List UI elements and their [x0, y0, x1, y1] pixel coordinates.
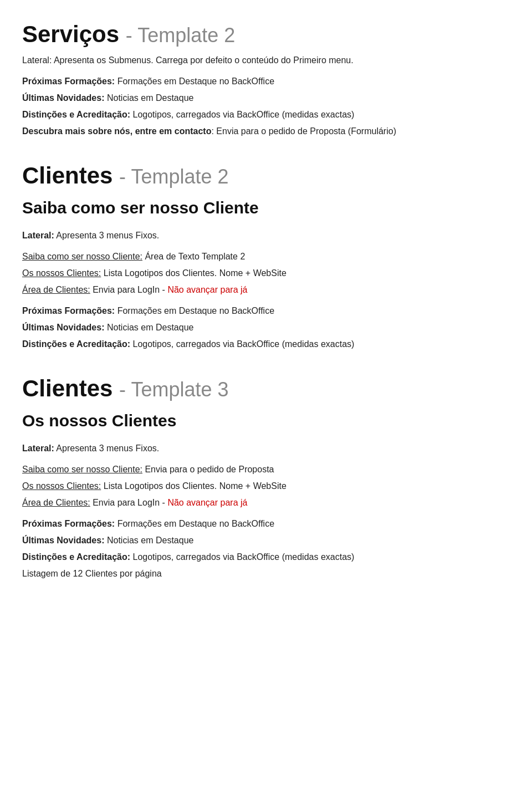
clientes-t3-lateral-rest: Apresenta 3 menus Fixos. — [54, 444, 159, 453]
clientes-t3-area-rest: Envia para LogIn - — [90, 498, 168, 507]
clientes-t3-ultimas-rest: Noticias em Destaque — [104, 536, 193, 545]
clientes-t2-saiba-rest: Área de Texto Template 2 — [142, 252, 245, 261]
clientes-t2-template-label: - Template 2 — [119, 165, 228, 188]
servicos-distincoes-bold: Distinções e Acreditação: — [22, 110, 130, 119]
servicos-line1: Lateral: Apresenta os Submenus. Carrega … — [22, 54, 510, 67]
clientes-t2-title: Clientes — [22, 162, 112, 188]
clientes-t2-distincoes-rest: Logotipos, carregados via BackOffice (me… — [130, 339, 354, 349]
servicos-proximas-rest: Formações em Destaque no BackOffice — [115, 77, 274, 86]
clientes-t3-nossos-link: Os nossos Clientes: — [22, 481, 101, 491]
servicos-ultimas: Últimas Novidades: Noticias em Destaque — [22, 91, 510, 105]
servicos-ultimas-bold: Últimas Novidades: — [22, 93, 104, 103]
servicos-distincoes-rest: Logotipos, carregados via BackOffice (me… — [130, 110, 354, 119]
clientes-t3-proximas-bold: Próximas Formações: — [22, 519, 115, 528]
clientes-t3-listagem: Listagem de 12 Clientes por página — [22, 567, 510, 580]
clientes-t3-section: Clientes - Template 3 Os nossos Clientes… — [22, 371, 510, 580]
servicos-descubra: Descubra mais sobre nós, entre em contac… — [22, 125, 510, 138]
clientes-t3-template-label: - Template 3 — [119, 378, 228, 401]
clientes-t2-distincoes: Distinções e Acreditação: Logotipos, car… — [22, 338, 510, 351]
clientes-t2-proximas-rest: Formações em Destaque no BackOffice — [115, 306, 274, 315]
servicos-title: Serviços — [22, 21, 119, 47]
clientes-t3-proximas-rest: Formações em Destaque no BackOffice — [115, 519, 274, 528]
clientes-t2-lateral-rest: Apresenta 3 menus Fixos. — [54, 231, 159, 240]
clientes-t2-area: Área de Clientes: Envia para LogIn - Não… — [22, 283, 510, 297]
clientes-t2-subheading: Saiba como ser nosso Cliente — [22, 195, 510, 220]
clientes-t3-area: Área de Clientes: Envia para LogIn - Não… — [22, 496, 510, 509]
clientes-t2-area-rest: Envia para LogIn - — [90, 285, 168, 294]
clientes-t3-area-red: Não avançar para já — [167, 498, 247, 507]
clientes-t3-saiba-rest: Envia para o pedido de Proposta — [142, 465, 274, 474]
servicos-template-label: - Template 2 — [126, 24, 235, 47]
servicos-descubra-bold: Descubra mais sobre nós, entre em contac… — [22, 126, 211, 136]
clientes-t3-distincoes: Distinções e Acreditação: Logotipos, car… — [22, 551, 510, 564]
clientes-t3-ultimas-bold: Últimas Novidades: — [22, 536, 104, 545]
clientes-t2-saiba: Saiba como ser nosso Cliente: Área de Te… — [22, 250, 510, 263]
clientes-t2-distincoes-bold: Distinções e Acreditação: — [22, 339, 130, 349]
clientes-t3-lateral: Lateral: Apresenta 3 menus Fixos. — [22, 442, 510, 455]
clientes-t2-nossos-rest: Lista Logotipos dos Clientes. Nome + Web… — [101, 268, 287, 278]
clientes-t2-proximas-bold: Próximas Formações: — [22, 306, 115, 315]
clientes-t3-area-link: Área de Clientes: — [22, 498, 90, 507]
clientes-t3-distincoes-rest: Logotipos, carregados via BackOffice (me… — [130, 552, 354, 562]
clientes-t2-saiba-link: Saiba como ser nosso Cliente: — [22, 252, 142, 261]
clientes-t2-area-red: Não avançar para já — [167, 285, 247, 294]
servicos-section: Serviços - Template 2 Lateral: Apresenta… — [22, 17, 510, 138]
clientes-t3-ultimas: Últimas Novidades: Noticias em Destaque — [22, 534, 510, 547]
clientes-t2-proximas: Próximas Formações: Formações em Destaqu… — [22, 304, 510, 318]
clientes-t3-saiba-link: Saiba como ser nosso Cliente: — [22, 465, 142, 474]
clientes-t3-lateral-bold: Lateral: — [22, 444, 54, 453]
clientes-t2-heading: Clientes - Template 2 — [22, 158, 510, 193]
clientes-t3-heading: Clientes - Template 3 — [22, 371, 510, 406]
servicos-proximas-bold: Próximas Formações: — [22, 77, 115, 86]
clientes-t2-lateral-bold: Lateral: — [22, 231, 54, 240]
clientes-t2-ultimas-bold: Últimas Novidades: — [22, 323, 104, 332]
clientes-t3-nossos: Os nossos Clientes: Lista Logotipos dos … — [22, 480, 510, 493]
clientes-t2-lateral: Lateral: Apresenta 3 menus Fixos. — [22, 229, 510, 242]
clientes-t2-ultimas-rest: Noticias em Destaque — [104, 323, 193, 332]
clientes-t3-saiba: Saiba como ser nosso Cliente: Envia para… — [22, 463, 510, 476]
clientes-t3-title: Clientes — [22, 375, 112, 401]
servicos-descubra-rest: : Envia para o pedido de Proposta (Formu… — [211, 126, 396, 136]
clientes-t3-subheading: Os nossos Clientes — [22, 408, 510, 433]
servicos-distincoes: Distinções e Acreditação: Logotipos, car… — [22, 108, 510, 121]
servicos-proximas: Próximas Formações: Formações em Destaqu… — [22, 75, 510, 88]
clientes-t3-distincoes-bold: Distinções e Acreditação: — [22, 552, 130, 562]
clientes-t2-section: Clientes - Template 2 Saiba como ser nos… — [22, 158, 510, 351]
clientes-t2-ultimas: Últimas Novidades: Noticias em Destaque — [22, 321, 510, 334]
clientes-t3-nossos-rest: Lista Logotipos dos Clientes. Nome + Web… — [101, 481, 287, 491]
servicos-heading: Serviços - Template 2 — [22, 17, 510, 52]
clientes-t2-nossos: Os nossos Clientes: Lista Logotipos dos … — [22, 267, 510, 280]
servicos-ultimas-rest: Noticias em Destaque — [104, 93, 193, 103]
clientes-t2-area-link: Área de Clientes: — [22, 285, 90, 294]
clientes-t2-nossos-link: Os nossos Clientes: — [22, 268, 101, 278]
clientes-t3-proximas: Próximas Formações: Formações em Destaqu… — [22, 517, 510, 531]
